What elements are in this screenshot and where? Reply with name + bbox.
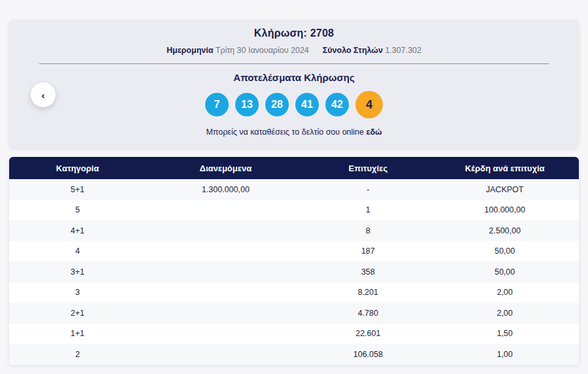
table-cell: - <box>305 185 431 194</box>
date-value: Τρίτη 30 Ιανουαρίου 2024 <box>216 46 309 55</box>
draw-meta: Ημερομηνία Τρίτη 30 Ιανουαρίου 2024 Σύνο… <box>9 46 579 55</box>
table-row: 2+14.7802,00 <box>9 303 579 324</box>
table-row: 418750,00 <box>9 241 579 262</box>
winning-number-ball: 42 <box>325 93 349 116</box>
table-row: 4+182.500,00 <box>9 220 579 241</box>
table-cell: 2+1 <box>9 309 146 318</box>
table-cell: JACKPOT <box>431 185 579 194</box>
table-cell: 4 <box>9 246 146 256</box>
results-title: Αποτελέσματα Κλήρωσης <box>9 72 579 83</box>
header-divider <box>39 63 549 64</box>
draw-title: Κλήρωση: 2708 <box>9 27 579 39</box>
table-header-cell: Επιτυχίες <box>305 163 431 173</box>
draw-summary-card: Κλήρωση: 2708 Ημερομηνία Τρίτη 30 Ιανουα… <box>9 20 579 148</box>
cta-link[interactable]: εδώ <box>366 128 382 137</box>
cta-text: Μπορείς να καταθέσεις το δελτίο σου onli… <box>9 128 579 137</box>
table-header-cell: Κατηγορία <box>9 163 146 173</box>
columns-label: Σύνολο Στηλών <box>323 46 383 55</box>
winning-number-ball: 41 <box>295 93 319 116</box>
table-cell: 1,50 <box>431 329 579 338</box>
table-cell: 2 <box>9 350 146 359</box>
table-cell: 5+1 <box>9 185 146 194</box>
prize-table-body: 5+11.300.000,00-JACKPOT51100.000,004+182… <box>9 179 579 365</box>
table-cell: 8.201 <box>305 288 431 297</box>
table-cell: 50,00 <box>431 246 579 256</box>
table-header-cell: Διανεμόμενα <box>146 163 305 173</box>
table-row: 5+11.300.000,00-JACKPOT <box>9 179 579 200</box>
table-row: 3+135850,00 <box>9 262 579 282</box>
chevron-left-icon: ‹ <box>42 90 45 100</box>
prize-table-card: ΚατηγορίαΔιανεμόμεναΕπιτυχίεςΚέρδη ανά ε… <box>9 157 579 365</box>
winning-number-ball: 13 <box>235 93 259 116</box>
table-row: 51100.000,00 <box>9 200 579 221</box>
table-cell: 100.000,00 <box>431 205 579 214</box>
table-cell: 3 <box>9 288 146 297</box>
previous-draw-button[interactable]: ‹ <box>31 82 56 107</box>
table-cell: 50,00 <box>431 267 579 277</box>
table-cell: 4.780 <box>305 309 431 318</box>
table-cell: 8 <box>305 226 431 235</box>
table-cell: 106.058 <box>305 350 431 359</box>
winning-number-ball: 7 <box>205 93 229 116</box>
table-row: 1+122.6011,50 <box>9 324 579 345</box>
table-cell: 1+1 <box>9 329 146 338</box>
columns-value: 1.307.302 <box>385 46 421 55</box>
table-cell: 358 <box>305 267 431 277</box>
table-cell: 1.300.000,00 <box>146 185 305 194</box>
table-cell: 2,00 <box>431 288 579 297</box>
table-cell: 5 <box>9 205 146 214</box>
table-cell: 3+1 <box>9 267 146 277</box>
date-label: Ημερομηνία <box>167 46 213 55</box>
table-cell: 4+1 <box>9 226 146 235</box>
winning-numbers-row: 7132841424 <box>9 91 579 118</box>
bonus-number-ball: 4 <box>355 91 383 118</box>
cta-message: Μπορείς να καταθέσεις το δελτίο σου onli… <box>206 128 364 137</box>
table-cell: 2,00 <box>431 309 579 318</box>
table-cell: 22.601 <box>305 329 431 338</box>
table-row: 38.2012,00 <box>9 282 579 303</box>
prize-table-header: ΚατηγορίαΔιανεμόμεναΕπιτυχίεςΚέρδη ανά ε… <box>9 157 579 179</box>
table-cell: 187 <box>305 246 431 256</box>
winning-number-ball: 28 <box>265 93 289 116</box>
table-row: 2106.0581,00 <box>9 344 579 365</box>
table-header-cell: Κέρδη ανά επιτυχία <box>431 163 579 173</box>
table-cell: 1,00 <box>431 350 579 359</box>
lottery-results-page: Κλήρωση: 2708 Ημερομηνία Τρίτη 30 Ιανουα… <box>0 0 588 374</box>
table-cell: 2.500,00 <box>431 226 579 235</box>
table-cell: 1 <box>305 205 431 214</box>
